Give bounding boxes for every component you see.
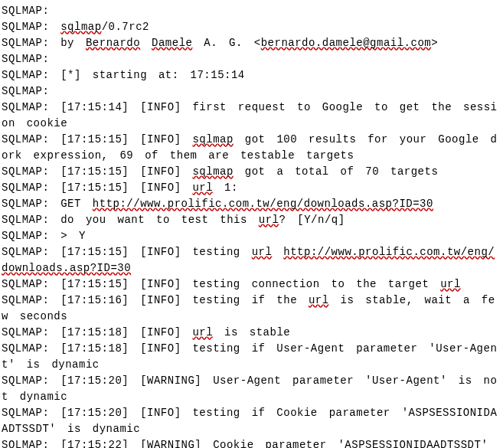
- log-line: SQLMAP:: [2, 3, 498, 19]
- terminal-output: SQLMAP: SQLMAP: sqlmap/0.7rc2 SQLMAP: by…: [0, 0, 500, 448]
- spellcheck-word: url: [440, 278, 461, 290]
- log-line: SQLMAP: [*] starting at: 17:15:14: [2, 67, 498, 83]
- log-prefix: SQLMAP:: [2, 85, 49, 97]
- spellcheck-word: url: [252, 246, 273, 258]
- spellcheck-word: bernardo.damele@gmail.com: [261, 37, 432, 49]
- log-prefix: SQLMAP:: [2, 101, 49, 113]
- log-line: SQLMAP:: [2, 83, 498, 100]
- spellcheck-word: Bernardo: [86, 37, 140, 49]
- log-line: SQLMAP: [17:15:18] [INFO] url is stable: [2, 325, 498, 341]
- spellcheck-word: sqlmap: [192, 165, 233, 178]
- log-prefix: SQLMAP:: [2, 214, 49, 226]
- log-line: SQLMAP: [17:15:18] [INFO] testing if Use…: [2, 341, 498, 373]
- log-prefix: SQLMAP:: [2, 326, 49, 338]
- log-line: SQLMAP: [17:15:20] [WARNING] User-Agent …: [2, 373, 498, 405]
- log-line: SQLMAP: [17:15:15] [INFO] url 1:: [2, 180, 498, 196]
- log-prefix: SQLMAP:: [2, 246, 49, 258]
- spellcheck-word: http://www.prolific.com.tw/eng/downloads…: [93, 198, 433, 210]
- log-line: SQLMAP: [17:15:14] [INFO] first request …: [2, 100, 498, 132]
- log-line: SQLMAP: by Bernardo Damele A. G. <bernar…: [2, 35, 498, 51]
- log-prefix: SQLMAP:: [2, 181, 49, 194]
- log-prefix: SQLMAP:: [2, 133, 49, 146]
- log-prefix: SQLMAP:: [2, 230, 49, 242]
- log-prefix: SQLMAP:: [2, 198, 49, 210]
- spellcheck-word: url: [192, 181, 213, 194]
- log-prefix: SQLMAP:: [2, 439, 49, 448]
- log-prefix: SQLMAP:: [2, 278, 49, 290]
- log-prefix: SQLMAP:: [2, 37, 49, 49]
- log-line: SQLMAP:: [2, 51, 498, 67]
- log-line: SQLMAP: [17:15:20] [INFO] testing if Coo…: [2, 405, 498, 437]
- log-prefix: SQLMAP:: [2, 69, 49, 81]
- spellcheck-word: url: [259, 214, 279, 226]
- spellcheck-word: Damele: [152, 37, 192, 49]
- log-prefix: SQLMAP:: [2, 294, 49, 306]
- spellcheck-word: sqlmap: [60, 21, 101, 33]
- spellcheck-word: url: [192, 326, 213, 338]
- spellcheck-word: sqlmap: [192, 133, 233, 146]
- log-line: SQLMAP: [17:15:15] [INFO] sqlmap got a t…: [2, 164, 498, 180]
- log-line: SQLMAP: [17:15:15] [INFO] testing connec…: [2, 276, 498, 293]
- log-prefix: SQLMAP:: [2, 165, 49, 178]
- log-line: SQLMAP: [17:15:15] [INFO] testing url ht…: [2, 244, 498, 276]
- log-line: SQLMAP: sqlmap/0.7rc2: [2, 19, 498, 35]
- log-prefix: SQLMAP:: [2, 21, 49, 33]
- log-line: SQLMAP: [17:15:16] [INFO] testing if the…: [2, 293, 498, 325]
- log-prefix: SQLMAP:: [2, 53, 49, 65]
- log-line: SQLMAP: [17:15:22] [WARNING] Cookie para…: [2, 437, 498, 448]
- log-line: SQLMAP: [17:15:15] [INFO] sqlmap got 100…: [2, 132, 498, 164]
- log-line: SQLMAP: > Y: [2, 228, 498, 244]
- log-line: SQLMAP: GET http://www.prolific.com.tw/e…: [2, 196, 498, 212]
- log-prefix: SQLMAP:: [2, 374, 49, 387]
- log-prefix: SQLMAP:: [2, 407, 49, 419]
- spellcheck-word: url: [309, 294, 329, 306]
- log-line: SQLMAP: do you want to test this url? [Y…: [2, 212, 498, 228]
- log-prefix: SQLMAP:: [2, 5, 49, 17]
- log-prefix: SQLMAP:: [2, 342, 49, 355]
